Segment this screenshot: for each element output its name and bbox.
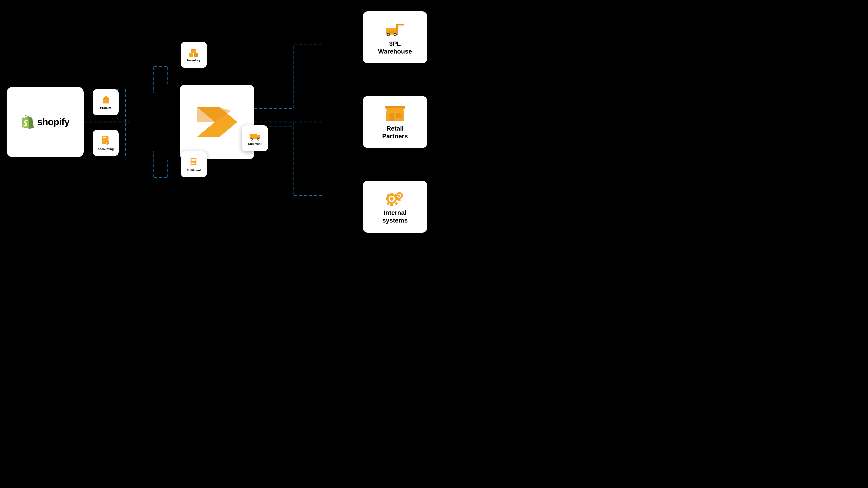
svg-rect-61 xyxy=(390,193,393,196)
svg-rect-55 xyxy=(386,111,404,121)
internal-systems-box: Internal systems xyxy=(363,181,427,233)
svg-rect-41 xyxy=(250,134,257,139)
svg-rect-56 xyxy=(390,113,395,121)
shipment-icon xyxy=(249,131,261,141)
svg-rect-58 xyxy=(385,106,405,108)
svg-rect-35 xyxy=(192,49,195,50)
svg-point-70 xyxy=(398,195,400,197)
fulfilment-label: Fulfilment xyxy=(187,168,201,172)
svg-rect-40 xyxy=(191,163,195,164)
svg-rect-71 xyxy=(398,192,401,193)
svg-point-45 xyxy=(257,139,258,140)
svg-rect-73 xyxy=(395,194,397,197)
shopify-logo: shopify xyxy=(21,115,69,129)
svg-rect-68 xyxy=(395,202,398,205)
shopify-box: shopify xyxy=(7,87,84,157)
svg-rect-26 xyxy=(105,96,107,98)
fulfilment-icon xyxy=(189,157,199,167)
warehouse-icon xyxy=(384,19,406,38)
product-label: Product xyxy=(100,106,111,109)
fulfilment-box: Fulfilment xyxy=(181,151,207,177)
accounting-box: $ Accounting xyxy=(93,130,119,156)
svg-text:$: $ xyxy=(106,142,107,144)
diagram-container: .dashed-line { stroke: #1a6fa8; stroke-w… xyxy=(0,0,434,244)
svg-rect-63 xyxy=(386,197,388,200)
svg-rect-57 xyxy=(396,113,401,119)
svg-point-43 xyxy=(251,139,252,140)
retail-title: Retail Partners xyxy=(382,125,408,140)
svg-rect-62 xyxy=(390,204,393,206)
retail-icon xyxy=(384,104,406,123)
chevron-logo-icon xyxy=(197,106,237,138)
svg-rect-54 xyxy=(397,24,404,25)
accounting-label: Accounting xyxy=(98,147,114,151)
product-box: Product xyxy=(93,89,119,115)
svg-rect-53 xyxy=(397,26,404,26)
shipment-label: Shipment xyxy=(248,142,261,145)
accounting-icon: $ xyxy=(101,135,111,146)
svg-rect-33 xyxy=(194,53,198,57)
shopify-bag-icon xyxy=(21,115,35,129)
svg-rect-29 xyxy=(103,139,106,139)
shopify-label: shopify xyxy=(37,117,69,127)
product-icon xyxy=(101,95,111,105)
svg-rect-32 xyxy=(189,53,193,57)
svg-rect-48 xyxy=(388,31,395,33)
svg-rect-28 xyxy=(103,137,106,138)
svg-rect-39 xyxy=(191,162,194,162)
svg-rect-74 xyxy=(402,194,403,197)
svg-point-52 xyxy=(394,34,396,35)
svg-rect-36 xyxy=(191,158,196,165)
svg-point-50 xyxy=(388,34,389,35)
svg-point-60 xyxy=(390,197,394,201)
inventory-label: Inventory xyxy=(187,59,200,62)
internal-systems-icon xyxy=(384,189,406,207)
shipment-box: Shipment xyxy=(242,125,268,151)
svg-rect-47 xyxy=(396,24,398,35)
inventory-box: Inventory xyxy=(181,42,207,68)
inventory-icon xyxy=(188,48,199,57)
svg-rect-38 xyxy=(191,160,195,161)
warehouse-box: 3PL Warehouse xyxy=(363,11,427,63)
svg-rect-72 xyxy=(398,199,401,201)
internal-title: Internal systems xyxy=(382,209,408,224)
retail-box: Retail Partners xyxy=(363,96,427,148)
svg-rect-37 xyxy=(191,159,195,160)
warehouse-title: 3PL Warehouse xyxy=(378,40,412,55)
